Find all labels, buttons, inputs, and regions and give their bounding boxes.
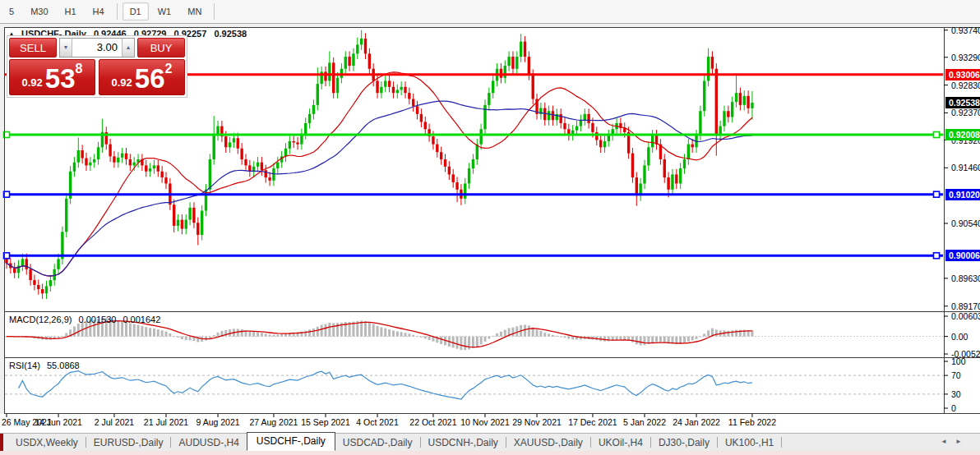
price-tick-label: 0.89630	[951, 273, 980, 283]
candle-body	[332, 62, 335, 93]
candle-body	[213, 136, 215, 159]
tab-separator	[781, 437, 782, 448]
candle-body	[595, 132, 598, 140]
macd-bar	[539, 331, 542, 337]
timeframe-button-W1[interactable]: W1	[150, 2, 179, 21]
candle-body	[237, 138, 239, 149]
candle-body	[408, 93, 410, 99]
macd-indicator-label: MACD(12,26,9) 0.001530 0.001642	[9, 315, 164, 324]
volume-input[interactable]: 3.00	[72, 39, 122, 57]
date-label: 29 Nov 2021	[512, 417, 562, 427]
chart-tab-usdchf-daily[interactable]: USDCHF-,Daily	[247, 432, 335, 451]
candle-body	[711, 57, 714, 69]
volume-increase-button[interactable]: ▲	[122, 39, 134, 57]
candle-body	[41, 289, 44, 293]
candle-body	[25, 259, 28, 269]
chart-tab-audusd-h4[interactable]: AUDUSD-,H4	[171, 435, 246, 450]
chart-tab-dj30-daily[interactable]: DJ30-,Daily	[651, 435, 717, 450]
candle-body	[643, 165, 645, 183]
buy-price-big: 56	[135, 65, 165, 92]
candle-body	[404, 87, 406, 93]
macd-bar	[552, 335, 554, 337]
macd-bar	[484, 337, 487, 342]
candle-body	[563, 123, 566, 129]
candle-body	[73, 163, 76, 172]
candle-body	[603, 141, 606, 147]
sell-price-display[interactable]: 0.92538	[9, 59, 95, 95]
buy-price-pip: 2	[165, 62, 173, 76]
one-click-trading-panel: SELL ▼ 3.00 ▲ BUY 0.92538 0.92562	[7, 35, 187, 98]
candle-body	[37, 285, 39, 289]
macd-bar	[209, 337, 211, 338]
candle-body	[388, 80, 391, 86]
tab-scroll-left-icon[interactable]: ◄	[941, 438, 947, 445]
buy-button[interactable]: BUY	[137, 38, 185, 57]
candle-body	[185, 220, 187, 229]
macd-bar	[321, 325, 323, 337]
chart-tab-eurusd-daily[interactable]: EURUSD-,Daily	[86, 435, 171, 450]
rsi-tick-label: 0	[951, 403, 956, 413]
candle-body	[209, 159, 211, 190]
macd-bar	[456, 337, 459, 349]
timeframe-button-H4[interactable]: H4	[86, 2, 112, 21]
macd-bar	[735, 330, 737, 337]
chart-tab-ukoil-h4[interactable]: UKOil-,H4	[591, 435, 650, 450]
rsi-tick-label: 100	[951, 356, 966, 366]
candle-body	[57, 259, 59, 269]
ohlc-close: 0.92538	[214, 29, 247, 39]
candle-body	[348, 57, 350, 66]
rsi-panel-surface[interactable]	[5, 358, 944, 413]
timeframe-button-MN[interactable]: MN	[180, 2, 209, 21]
level-line-handle[interactable]	[934, 253, 940, 259]
macd-bar	[325, 324, 327, 337]
timeframe-button-H1[interactable]: H1	[58, 2, 84, 21]
timeframe-button-5[interactable]: 5	[2, 2, 21, 21]
candle-body	[559, 114, 562, 123]
candle-body	[85, 159, 87, 166]
macd-tick-label: 0.006038	[951, 311, 980, 321]
macd-bar	[640, 337, 642, 346]
macd-bar	[317, 327, 319, 337]
chart-tab-usdcad-daily[interactable]: USDCAD-,Daily	[335, 435, 420, 450]
macd-bar	[177, 337, 179, 338]
macd-bar	[608, 337, 610, 342]
macd-bar	[384, 329, 386, 337]
macd-bar	[261, 333, 263, 336]
candle-body	[317, 84, 319, 105]
sell-button[interactable]: SELL	[9, 38, 57, 57]
macd-bar	[416, 336, 418, 337]
candle-body	[679, 168, 682, 183]
candle-body	[703, 80, 705, 111]
level-line-handle[interactable]	[934, 191, 940, 197]
candle-body	[675, 174, 677, 183]
macd-bar	[412, 335, 414, 337]
candle-body	[552, 111, 554, 120]
chart-tab-xauusd-daily[interactable]: XAUUSD-,Daily	[506, 435, 590, 450]
macd-bar	[691, 337, 694, 341]
macd-bar	[380, 328, 382, 337]
macd-bar	[165, 332, 168, 337]
macd-bar	[153, 329, 155, 337]
timeframe-button-D1[interactable]: D1	[122, 2, 149, 21]
date-label: 11 Feb 2022	[728, 417, 776, 427]
buy-price-display[interactable]: 0.92562	[99, 59, 185, 95]
chart-tab-uk100-h1[interactable]: UK100-,H1	[718, 435, 781, 450]
macd-bar	[683, 337, 686, 343]
level-line-handle[interactable]	[934, 132, 940, 138]
chart-tab-usdcnh-daily[interactable]: USDCNH-,Daily	[421, 435, 506, 450]
macd-bar	[707, 330, 710, 336]
candle-body	[160, 172, 163, 177]
timeframe-button-M30[interactable]: M30	[23, 2, 55, 21]
macd-bar	[133, 324, 136, 337]
tab-scroll-right-icon[interactable]: ►	[955, 438, 962, 445]
macd-bar	[312, 329, 315, 337]
macd-bar	[65, 333, 67, 337]
price-tick-label: 0.92370	[951, 108, 980, 117]
candle-body	[109, 145, 111, 157]
macd-bar	[237, 329, 239, 336]
macd-bar	[659, 337, 662, 342]
chart-tab-usdx-weekly[interactable]: USDX,Weekly	[8, 435, 86, 450]
candle-body	[224, 136, 227, 147]
volume-decrease-button[interactable]: ▼	[60, 39, 72, 57]
candle-body	[304, 123, 307, 134]
